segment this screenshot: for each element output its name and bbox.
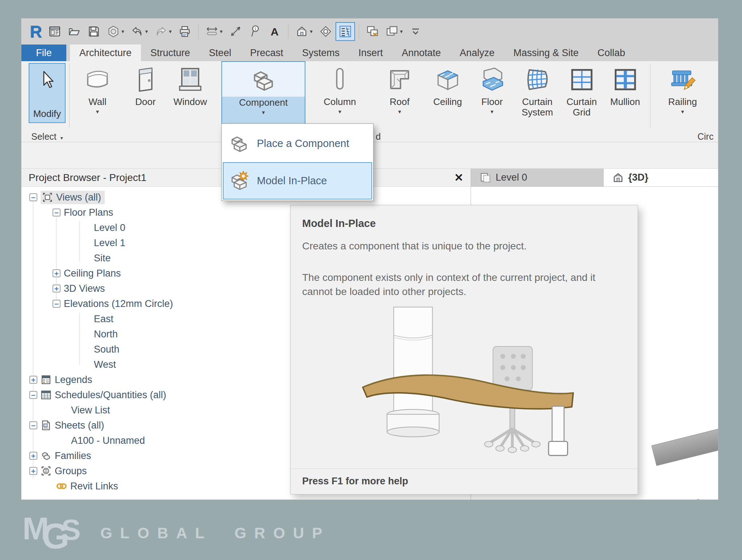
tab-file[interactable]: File <box>21 45 66 61</box>
save-icon <box>87 25 100 38</box>
open-folder-button[interactable] <box>64 22 84 41</box>
modify-cursor-icon <box>37 68 58 92</box>
view-tab--3d-[interactable]: {3D} <box>604 169 657 186</box>
tag-by-category-button[interactable]: 1 <box>245 22 265 41</box>
expand-icon[interactable]: + <box>29 376 37 384</box>
tree-item-label: A100 - Unnamed <box>71 435 145 446</box>
model-geometry <box>605 499 703 500</box>
component-label: Component <box>239 97 288 108</box>
tooltip-description-2: The component exists only in context of … <box>302 270 625 299</box>
toolbar-separator <box>198 24 199 39</box>
tab-annotate[interactable]: Annotate <box>392 45 450 61</box>
column-button[interactable]: Column▾ <box>305 61 374 131</box>
close-hidden-windows-button[interactable] <box>363 22 382 41</box>
schedules-icon <box>41 390 51 400</box>
expand-icon[interactable]: + <box>53 285 61 292</box>
tab-architecture[interactable]: Architecture <box>70 45 141 61</box>
tab-systems[interactable]: Systems <box>293 45 349 61</box>
save-button[interactable] <box>84 22 104 41</box>
collapse-icon[interactable]: − <box>29 421 37 429</box>
collapse-icon[interactable]: − <box>53 209 61 216</box>
component-button[interactable]: Component▾ <box>221 61 305 131</box>
revit-logo-button[interactable]: R <box>26 22 45 41</box>
tree-item-label: Groups <box>55 466 87 477</box>
customize-qat-button[interactable] <box>406 22 425 41</box>
expand-icon[interactable]: + <box>29 467 37 475</box>
floor-button[interactable]: Floor▾ <box>470 61 514 131</box>
wall-button[interactable]: Wall▾ <box>70 61 125 131</box>
sync-with-central-button[interactable]: ▾ <box>104 22 128 41</box>
collapse-icon[interactable]: − <box>29 391 37 399</box>
views-icon <box>42 192 53 203</box>
collapse-icon[interactable]: − <box>53 300 61 308</box>
floor-label: Floor <box>481 97 503 107</box>
tab-massing-site[interactable]: Massing & Site <box>504 45 588 61</box>
select-panel-label[interactable]: Select ▾ <box>28 131 66 142</box>
selected-tree-item: Views (all) <box>41 191 105 204</box>
collapse-icon[interactable]: − <box>29 193 37 201</box>
quick-access-toolbar: R▾▾▾▾1A▾▾ <box>21 18 718 45</box>
print-button[interactable] <box>175 22 195 41</box>
window-button[interactable]: Window <box>166 61 214 131</box>
place-component-icon <box>228 132 250 155</box>
tab-insert[interactable]: Insert <box>349 45 392 61</box>
door-button[interactable]: Door <box>125 61 166 131</box>
tab-steel[interactable]: Steel <box>200 45 241 61</box>
expand-icon[interactable]: + <box>29 452 37 460</box>
door-label: Door <box>135 97 155 107</box>
redo-button[interactable]: ▾ <box>151 22 175 41</box>
model-in-place-icon <box>228 170 250 192</box>
chevron-down-icon: ▾ <box>491 108 493 115</box>
curtain-grid-icon <box>568 66 596 94</box>
print-icon <box>178 25 191 38</box>
tree-item-label: Views (all) <box>56 192 101 203</box>
menu-item-model-in-place[interactable]: Model In-Place <box>223 162 372 199</box>
tab-collab[interactable]: Collab <box>588 45 635 61</box>
undo-button[interactable]: ▾ <box>128 22 151 41</box>
tree-item-label: Level 1 <box>94 237 125 249</box>
expand-icon[interactable]: + <box>53 269 61 277</box>
chevron-down-icon: ▾ <box>145 28 148 35</box>
component-dropdown-menu: Place a ComponentModel In-Place <box>221 123 374 201</box>
close-icon[interactable]: ✕ <box>454 171 463 184</box>
switch-windows-button[interactable]: ▾ <box>382 22 406 41</box>
curtain-grid-button[interactable]: Curtain Grid <box>561 61 603 131</box>
chevron-down-icon: ▾ <box>400 28 403 35</box>
tree-item-label: Floor Plans <box>64 207 113 218</box>
ceiling-button[interactable]: Ceiling <box>425 61 470 131</box>
tooltip-divider <box>291 468 638 469</box>
curtain-system-button[interactable]: Curtain System <box>514 61 561 131</box>
measure-button[interactable]: ▾ <box>202 22 226 41</box>
build-panel: Wall▾DoorWindowComponent▾Column▾Roof▾Cei… <box>70 61 648 131</box>
modify-button[interactable]: Modify <box>29 63 66 123</box>
tab-structure[interactable]: Structure <box>141 45 200 61</box>
toolbar-separator <box>359 24 359 39</box>
thin-lines-icon <box>339 25 352 38</box>
tree-item-label: South <box>94 344 120 355</box>
file-tabs-button[interactable] <box>45 22 64 41</box>
sync-with-central-icon <box>107 25 120 38</box>
text-button[interactable]: A <box>265 22 284 41</box>
thin-lines-button[interactable] <box>335 22 355 41</box>
tree-item-label: Families <box>55 450 91 462</box>
tag-by-category-icon: 1 <box>249 25 262 38</box>
tab-precast[interactable]: Precast <box>241 45 293 61</box>
aligned-dimension-button[interactable] <box>226 22 245 41</box>
mullion-button[interactable]: Mullion <box>603 61 648 131</box>
roof-button[interactable]: Roof▾ <box>374 61 425 131</box>
tree-item-label: 3D Views <box>64 283 105 294</box>
tree-item-label: Sheets (all) <box>55 420 104 431</box>
railing-button[interactable]: Railing▾ <box>654 61 712 131</box>
tab-analyze[interactable]: Analyze <box>450 45 504 61</box>
logo-wordmark: GLOBAL GROUP <box>100 525 330 542</box>
window-icon <box>176 66 204 94</box>
chevron-down-icon: ▾ <box>398 108 401 115</box>
tree-item-label: View List <box>71 405 110 416</box>
roof-icon <box>385 66 414 94</box>
default-3d-view-button[interactable]: ▾ <box>292 22 316 41</box>
plan-view-icon <box>480 172 491 184</box>
section-button[interactable] <box>316 22 335 41</box>
view-tab-level-0[interactable]: Level 0 <box>471 169 604 186</box>
menu-item-place-a-component[interactable]: Place a Component <box>223 125 372 162</box>
legends-icon <box>41 374 51 385</box>
